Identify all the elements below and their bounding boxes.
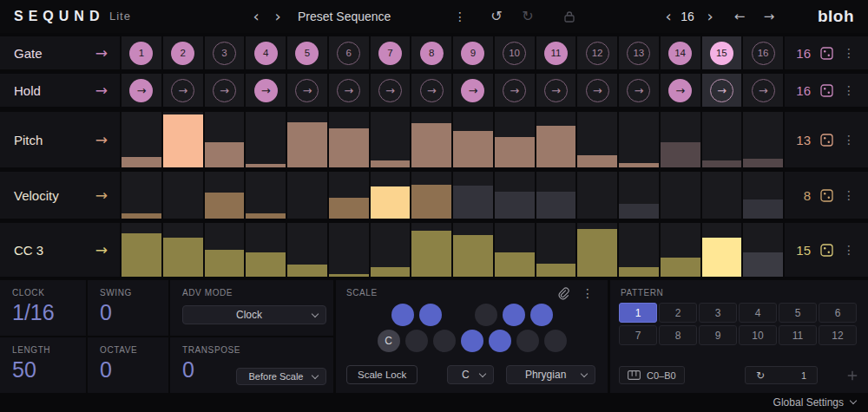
octave-value[interactable]: 0 xyxy=(100,357,168,383)
gate-step-15[interactable]: 15 xyxy=(702,36,742,69)
shift-right-button[interactable]: → xyxy=(759,0,779,33)
swing-value[interactable]: 0 xyxy=(100,300,168,325)
gate-step-12[interactable]: 12 xyxy=(577,36,617,69)
cc3-step-14[interactable] xyxy=(661,223,700,277)
shift-left-button[interactable]: ← xyxy=(729,0,750,33)
pattern-slot-3[interactable]: 3 xyxy=(699,303,737,323)
velocity-randomize-icon[interactable] xyxy=(820,189,833,202)
redo-button[interactable]: ↻ xyxy=(517,0,538,33)
pitch-step-15[interactable] xyxy=(702,112,742,167)
scale-note-G[interactable] xyxy=(489,330,511,352)
hold-step-4[interactable]: → xyxy=(246,74,286,107)
cc3-step-12[interactable] xyxy=(577,223,617,277)
pitch-step-9[interactable] xyxy=(453,112,493,167)
velocity-step-10[interactable] xyxy=(495,172,535,219)
preset-prev-button[interactable]: ‹ xyxy=(246,0,266,33)
gate-step-2[interactable]: 2 xyxy=(163,36,203,69)
cc3-step-16[interactable] xyxy=(743,223,783,277)
pitch-step-12[interactable] xyxy=(577,112,617,167)
length-value[interactable]: 50 xyxy=(12,357,86,383)
pattern-slot-10[interactable]: 10 xyxy=(739,325,777,345)
gate-step-3[interactable]: 3 xyxy=(205,36,245,69)
lock-icon[interactable] xyxy=(561,0,578,33)
gate-step-9[interactable]: 9 xyxy=(453,36,493,69)
cc3-randomize-icon[interactable] xyxy=(820,244,833,257)
scale-note-A[interactable] xyxy=(516,330,539,352)
pattern-slot-2[interactable]: 2 xyxy=(659,303,697,323)
hold-menu-button[interactable]: ⋮ xyxy=(843,83,855,97)
cc3-menu-button[interactable]: ⋮ xyxy=(843,243,855,257)
gate-step-6[interactable]: 6 xyxy=(329,36,369,69)
hold-step-15[interactable]: → xyxy=(702,74,742,107)
pitch-step-6[interactable] xyxy=(329,112,369,167)
pattern-slot-11[interactable]: 11 xyxy=(779,325,817,345)
cc3-step-7[interactable] xyxy=(371,223,411,277)
scale-note-Dsharp[interactable] xyxy=(419,304,442,326)
scale-note-Gsharp[interactable] xyxy=(503,304,525,326)
cc3-step-15[interactable] xyxy=(702,223,742,277)
velocity-step-7[interactable] xyxy=(371,172,411,219)
gate-step-7[interactable]: 7 xyxy=(371,36,411,69)
cc3-step-1[interactable] xyxy=(122,223,161,277)
scale-note-F[interactable] xyxy=(461,330,483,352)
velocity-step-3[interactable] xyxy=(205,172,245,219)
cc3-step-10[interactable] xyxy=(495,223,535,277)
cc3-step-3[interactable] xyxy=(205,223,245,277)
velocity-step-13[interactable] xyxy=(619,172,659,219)
preset-name[interactable]: Preset Sequence xyxy=(298,0,391,33)
pitch-menu-button[interactable]: ⋮ xyxy=(843,133,855,147)
move-icon[interactable] xyxy=(847,370,858,381)
cc3-step-2[interactable] xyxy=(163,223,203,277)
scale-note-E[interactable] xyxy=(433,330,456,352)
hold-step-12[interactable]: → xyxy=(577,74,617,107)
cc3-step-11[interactable] xyxy=(536,223,576,277)
pitch-step-count[interactable]: 13 xyxy=(790,133,811,147)
note-range-control[interactable]: C0–B0 xyxy=(619,366,685,384)
velocity-step-15[interactable] xyxy=(702,172,742,219)
gate-step-4[interactable]: 4 xyxy=(246,36,286,69)
velocity-step-14[interactable] xyxy=(661,172,700,219)
scale-note-Asharp[interactable] xyxy=(530,304,553,326)
velocity-advance-arrow[interactable]: → xyxy=(95,186,108,204)
hold-step-10[interactable]: → xyxy=(495,74,535,107)
velocity-step-16[interactable] xyxy=(743,172,783,219)
scale-menu-button[interactable]: ⋮ xyxy=(582,286,594,300)
velocity-step-12[interactable] xyxy=(577,172,617,219)
global-settings-button[interactable]: Global Settings xyxy=(773,393,856,412)
hold-step-13[interactable]: → xyxy=(619,74,659,107)
hold-step-9[interactable]: → xyxy=(453,74,493,107)
cc3-step-count[interactable]: 15 xyxy=(790,243,811,258)
gate-step-count[interactable]: 16 xyxy=(790,46,811,61)
velocity-step-8[interactable] xyxy=(411,172,451,219)
gate-step-5[interactable]: 5 xyxy=(287,36,327,69)
pitch-step-1[interactable] xyxy=(122,112,161,167)
pitch-step-4[interactable] xyxy=(246,112,286,167)
pattern-slot-6[interactable]: 6 xyxy=(819,303,857,323)
hold-step-3[interactable]: → xyxy=(205,74,245,107)
pattern-slot-5[interactable]: 5 xyxy=(779,303,817,323)
gate-step-10[interactable]: 10 xyxy=(495,36,535,69)
gate-step-11[interactable]: 11 xyxy=(536,36,576,69)
hold-step-8[interactable]: → xyxy=(411,74,451,107)
undo-button[interactable]: ↺ xyxy=(486,0,507,33)
velocity-step-count[interactable]: 8 xyxy=(790,188,811,203)
velocity-step-9[interactable] xyxy=(453,172,493,219)
hold-step-1[interactable]: → xyxy=(122,74,161,107)
preset-next-button[interactable]: › xyxy=(267,0,288,33)
pitch-step-7[interactable] xyxy=(371,112,411,167)
scale-root-dropdown[interactable]: C xyxy=(447,365,494,384)
hold-step-6[interactable]: → xyxy=(329,74,369,107)
scale-note-Fsharp[interactable] xyxy=(475,304,497,326)
gate-step-8[interactable]: 8 xyxy=(411,36,451,69)
hold-advance-arrow[interactable]: → xyxy=(95,82,108,99)
pitch-step-3[interactable] xyxy=(205,112,245,167)
page-next-button[interactable]: › xyxy=(700,0,720,33)
clock-value[interactable]: 1/16 xyxy=(12,300,86,325)
pitch-randomize-icon[interactable] xyxy=(820,134,833,147)
pitch-step-11[interactable] xyxy=(536,112,576,167)
gate-step-13[interactable]: 13 xyxy=(619,36,659,69)
gate-menu-button[interactable]: ⋮ xyxy=(843,46,855,60)
adv-mode-dropdown[interactable]: Clock xyxy=(182,305,326,324)
pitch-step-16[interactable] xyxy=(743,112,783,167)
velocity-step-1[interactable] xyxy=(122,172,161,219)
